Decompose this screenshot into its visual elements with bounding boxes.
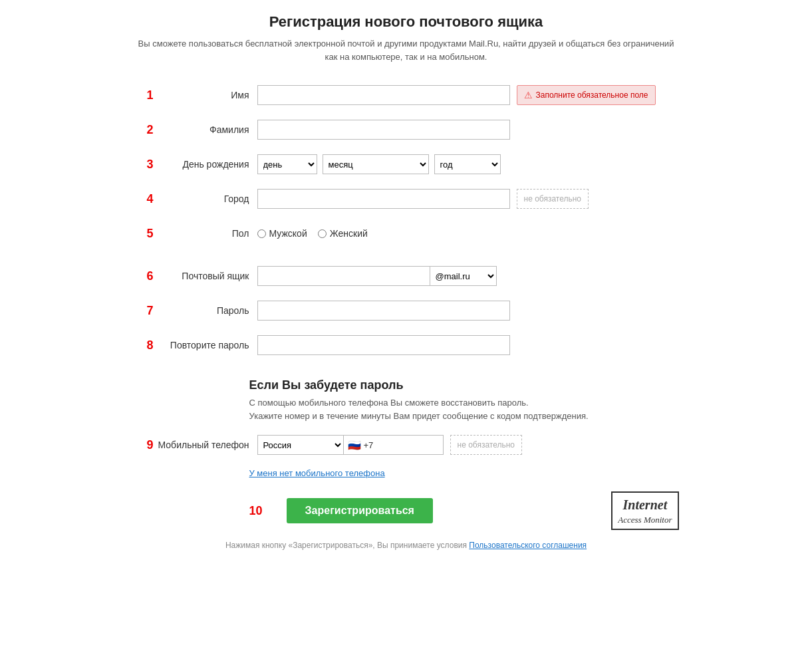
step5-number: 5 bbox=[134, 227, 154, 241]
submit-row: 10 Зарегистрироваться Internet Access Mo… bbox=[134, 491, 679, 530]
step9-number: 9 bbox=[134, 438, 154, 452]
gender-female-radio[interactable] bbox=[318, 229, 327, 238]
phone-number-input[interactable] bbox=[376, 440, 422, 450]
russia-flag-icon: 🇷🇺 bbox=[348, 439, 361, 452]
step1-number: 1 bbox=[134, 88, 154, 102]
surname-input[interactable] bbox=[257, 120, 510, 140]
phone-prefix: +7 bbox=[364, 440, 374, 450]
step2-number: 2 bbox=[134, 123, 154, 137]
name-input[interactable] bbox=[257, 85, 510, 105]
step7-row: 7 Пароль bbox=[134, 299, 679, 323]
warning-icon: ⚠ bbox=[524, 90, 533, 100]
step5-label: Пол bbox=[156, 228, 249, 239]
gender-female-label: Женский bbox=[330, 228, 368, 239]
gender-male-radio[interactable] bbox=[257, 229, 266, 238]
step9-row: 9 Мобильный телефон Россия 🇷🇺 +7 не обяз… bbox=[134, 433, 679, 457]
gender-female-option[interactable]: Женский bbox=[318, 228, 368, 239]
submit-button[interactable]: Зарегистрироваться bbox=[287, 498, 433, 523]
page-title: Регистрация нового почтового ящика bbox=[134, 13, 679, 31]
phone-row: Россия 🇷🇺 +7 не обязательно bbox=[257, 435, 523, 455]
footer-link[interactable]: Пользовательского соглашения bbox=[469, 541, 587, 550]
step8-label: Повторите пароль bbox=[156, 340, 249, 350]
internet-monitor-badge: Internet Access Monitor bbox=[611, 491, 678, 530]
step1-error-badge: ⚠ Заполните обязательное поле bbox=[517, 85, 656, 105]
birthday-day-select[interactable]: день bbox=[257, 154, 317, 174]
step7-label: Пароль bbox=[156, 305, 249, 316]
email-domain-select[interactable]: @mail.ru bbox=[430, 266, 497, 286]
step6-number: 6 bbox=[134, 269, 154, 283]
step4-row: 4 Город не обязательно bbox=[134, 187, 679, 211]
step4-number: 4 bbox=[134, 192, 154, 206]
step3-number: 3 bbox=[134, 158, 154, 172]
password-input[interactable] bbox=[257, 301, 510, 321]
gender-male-option[interactable]: Мужской bbox=[257, 228, 307, 239]
footer-text: Нажимая кнопку «Зарегистрироваться», Вы … bbox=[134, 541, 679, 550]
step6-row: 6 Почтовый ящик @mail.ru bbox=[134, 264, 679, 288]
step1-error-text: Заполните обязательное поле bbox=[536, 90, 648, 100]
internet-monitor-line1: Internet bbox=[618, 495, 672, 514]
step3-label: День рождения bbox=[156, 159, 249, 170]
footer-text-before: Нажимая кнопку «Зарегистрироваться», Вы … bbox=[225, 541, 469, 550]
birthday-year-select[interactable]: год bbox=[434, 154, 501, 174]
no-phone-row: У меня нет мобильного телефона bbox=[134, 467, 679, 478]
step7-number: 7 bbox=[134, 304, 154, 318]
step9-label: Мобильный телефон bbox=[156, 440, 249, 450]
submit-left: 10 Зарегистрироваться bbox=[249, 498, 433, 523]
step4-label: Город bbox=[156, 194, 249, 204]
recovery-title: Если Вы забудете пароль bbox=[134, 378, 679, 392]
phone-country-select[interactable]: Россия bbox=[257, 435, 344, 455]
step8-number: 8 bbox=[134, 338, 154, 352]
phone-input-container: 🇷🇺 +7 bbox=[344, 435, 444, 455]
password-recovery-section: Если Вы забудете пароль С помощью мобиль… bbox=[134, 378, 679, 422]
recovery-subtitle: С помощью мобильного телефона Вы сможете… bbox=[134, 396, 679, 422]
step5-row: 5 Пол Мужской Женский bbox=[134, 221, 679, 245]
password-repeat-input[interactable] bbox=[257, 335, 510, 355]
birthday-month-select[interactable]: месяц bbox=[323, 154, 429, 174]
page-subtitle: Вы сможете пользоваться бесплатной элект… bbox=[134, 37, 679, 63]
step1-label: Имя bbox=[156, 90, 249, 100]
birthday-row: день месяц год bbox=[257, 154, 501, 174]
city-input[interactable] bbox=[257, 189, 510, 209]
registration-form: 1 Имя ⚠ Заполните обязательное поле 2 Фа… bbox=[134, 83, 679, 550]
step6-label: Почтовый ящик bbox=[156, 271, 249, 281]
email-input[interactable] bbox=[257, 266, 430, 286]
step4-optional-label: не обязательно bbox=[517, 189, 589, 209]
step8-row: 8 Повторите пароль bbox=[134, 333, 679, 357]
step9-optional-label: не обязательно bbox=[450, 435, 523, 455]
step3-row: 3 День рождения день месяц год bbox=[134, 152, 679, 176]
step1-row: 1 Имя ⚠ Заполните обязательное поле bbox=[134, 83, 679, 107]
step10-number: 10 bbox=[249, 504, 263, 518]
no-phone-link[interactable]: У меня нет мобильного телефона bbox=[249, 468, 385, 478]
internet-monitor-line2: Access Monitor bbox=[618, 514, 672, 526]
step2-label: Фамилия bbox=[156, 124, 249, 135]
email-row: @mail.ru bbox=[257, 266, 497, 286]
gender-row: Мужской Женский bbox=[257, 228, 368, 239]
step2-row: 2 Фамилия bbox=[134, 118, 679, 142]
gender-male-label: Мужской bbox=[269, 228, 307, 239]
